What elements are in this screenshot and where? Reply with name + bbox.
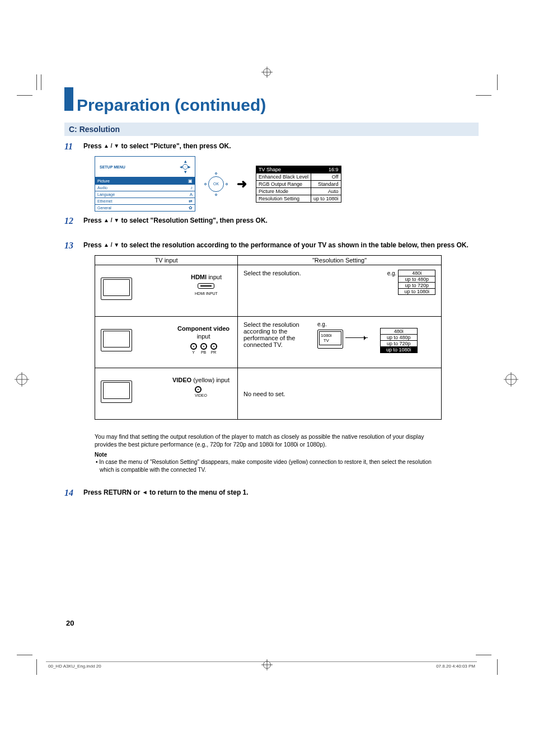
step-number: 12 bbox=[64, 216, 83, 226]
crop-mark bbox=[17, 655, 32, 655]
setting-value: Auto bbox=[311, 187, 341, 195]
resolution-cell: No need to set. bbox=[238, 368, 442, 420]
input-label: Component video input Y PB PR bbox=[177, 325, 229, 355]
menu-item-label: Picture bbox=[97, 179, 110, 183]
menu-item-icon: ⇄ bbox=[189, 199, 193, 204]
res-option: up to 480p bbox=[399, 276, 435, 282]
resolution-text: No need to set. bbox=[243, 391, 435, 397]
step-text-pre: Press bbox=[83, 142, 104, 150]
note-label: Note bbox=[95, 452, 479, 458]
jack-label: PR bbox=[210, 350, 217, 355]
step-14: 14 Press RETURN or ◄ to return to the me… bbox=[64, 488, 479, 498]
registration-mark-icon bbox=[16, 374, 27, 385]
page-title-bar: Preparation (continued) bbox=[64, 90, 479, 115]
resolution-text: Select the resolution according to the p… bbox=[243, 321, 311, 348]
jack-label: Y bbox=[190, 350, 197, 355]
dpad-icon: ▴ ◂–▸ ▾ bbox=[179, 158, 191, 175]
updown-arrow-icon: ▲ / ▼ bbox=[104, 242, 119, 248]
crop-mark bbox=[497, 74, 498, 90]
tv-icon bbox=[101, 381, 132, 403]
ok-label: OK bbox=[213, 182, 219, 186]
jack-icon bbox=[210, 343, 217, 350]
setting-name: Resolution Setting bbox=[256, 195, 311, 202]
callout-arrow-icon bbox=[345, 337, 368, 338]
subsection-heading: C: Resolution bbox=[64, 123, 479, 136]
tv-input-cell: HDMI input HDMI INPUT bbox=[95, 265, 238, 317]
input-title: VIDEO bbox=[172, 377, 191, 383]
step-text-mid: to return to the menu of step 1. bbox=[148, 489, 249, 496]
jack-label: VIDEO bbox=[195, 393, 207, 398]
crop-mark bbox=[17, 95, 32, 96]
page-number: 20 bbox=[66, 619, 74, 627]
table-header: TV input bbox=[95, 256, 238, 265]
table-row: Component video input Y PB PR Select the… bbox=[95, 317, 442, 368]
menu-item-label: Audio bbox=[97, 186, 107, 190]
step-text: Press ▲ / ▼ to select "Picture", then pr… bbox=[83, 142, 479, 152]
input-title: Component video bbox=[177, 325, 229, 332]
arrow-right-icon: ➜ bbox=[237, 177, 247, 191]
input-label: VIDEO (yellow) input VIDEO bbox=[172, 376, 229, 398]
step-text-mid: to select "Picture", then press OK. bbox=[119, 142, 231, 150]
step-text-mid: to select the resolution according to th… bbox=[119, 241, 469, 249]
menu-item-icon: ▣ bbox=[188, 179, 193, 184]
registration-mark-icon bbox=[263, 661, 271, 669]
menu-item-label: General bbox=[97, 206, 111, 210]
setting-value: Off bbox=[311, 173, 341, 180]
page-body: Preparation (continued) C: Resolution 11… bbox=[64, 90, 479, 503]
table-row: HDMI input HDMI INPUT Select the resolut… bbox=[95, 265, 442, 317]
tv-input-cell: VIDEO (yellow) input VIDEO bbox=[95, 368, 238, 420]
menu-item: Audio♪ bbox=[95, 184, 195, 191]
input-title: HDMI bbox=[191, 274, 207, 280]
menu-item: General✿ bbox=[95, 204, 195, 211]
input-label: HDMI input HDMI INPUT bbox=[191, 273, 222, 296]
res-option: up to 720p bbox=[399, 282, 435, 288]
setting-name: Enhanced Black Level bbox=[256, 173, 311, 180]
table-header: "Resolution Setting" bbox=[238, 256, 442, 265]
step-13: 13 Press ▲ / ▼ to select the resolution … bbox=[64, 241, 479, 251]
eg-label: e.g. bbox=[317, 321, 373, 327]
hdmi-port-icon bbox=[198, 283, 214, 289]
step-number: 13 bbox=[64, 241, 83, 251]
crop-mark bbox=[36, 659, 37, 675]
input-sub: HDMI INPUT bbox=[191, 291, 222, 296]
setup-menu-label: SETUP MENU bbox=[100, 165, 125, 169]
res-option: 480i bbox=[399, 270, 435, 276]
menu-item: Ethernet⇄ bbox=[95, 198, 195, 204]
jack-label: PB bbox=[200, 350, 207, 355]
updown-arrow-icon: ▲ / ▼ bbox=[104, 143, 119, 149]
input-suffix: (yellow) input bbox=[191, 377, 229, 383]
resolution-cell: Select the resolution. e.g. 480i up to 4… bbox=[238, 265, 442, 317]
res-option: up to 480p bbox=[381, 334, 417, 340]
resolution-options: 480i up to 480p up to 720p up to 1080i bbox=[380, 328, 418, 353]
setting-value: 16:9 bbox=[311, 166, 341, 173]
crop-mark bbox=[497, 659, 498, 675]
crop-mark bbox=[36, 74, 37, 90]
step-11: 11 Press ▲ / ▼ to select "Picture", then… bbox=[64, 142, 479, 152]
input-suffix: input bbox=[197, 333, 210, 340]
menu-item-icon: A bbox=[190, 192, 193, 197]
menu-item-icon: ✿ bbox=[189, 205, 193, 210]
picture-settings-table: TV Shape16:9 Enhanced Black LevelOff RGB… bbox=[256, 166, 341, 203]
table-row: VIDEO (yellow) input VIDEO No need to se… bbox=[95, 368, 442, 420]
registration-mark-icon bbox=[263, 68, 271, 76]
ok-button-icon: OK bbox=[204, 172, 228, 196]
tv-icon bbox=[101, 329, 132, 351]
menu-item: LanguageA bbox=[95, 191, 195, 198]
step-text: Press ▲ / ▼ to select the resolution acc… bbox=[83, 241, 479, 251]
menu-item-label: Ethernet bbox=[97, 199, 112, 203]
setting-name: TV Shape bbox=[256, 166, 311, 173]
setting-value: up to 1080i bbox=[311, 195, 341, 202]
tv-icon bbox=[101, 278, 132, 300]
resolution-options: 480i up to 480p up to 720p up to 1080i bbox=[398, 270, 435, 295]
menu-item: Picture▣ bbox=[95, 177, 195, 184]
page-title: Preparation (continued) bbox=[77, 96, 266, 115]
setting-name: Picture Mode bbox=[256, 187, 311, 195]
jack-icon bbox=[190, 343, 197, 350]
setup-menu-list: Picture▣ Audio♪ LanguageA Ethernet⇄ Gene… bbox=[95, 177, 195, 211]
footer-rule bbox=[46, 661, 477, 662]
step-text-pre: Press bbox=[83, 241, 104, 249]
setup-menu-illustration: SETUP MENU ▴ ◂–▸ ▾ Picture▣ Audio♪ Langu… bbox=[95, 156, 479, 212]
step-number: 14 bbox=[64, 488, 83, 498]
step-text-mid: to select "Resolution Setting", then pre… bbox=[119, 217, 268, 224]
jack-icon bbox=[200, 343, 207, 350]
